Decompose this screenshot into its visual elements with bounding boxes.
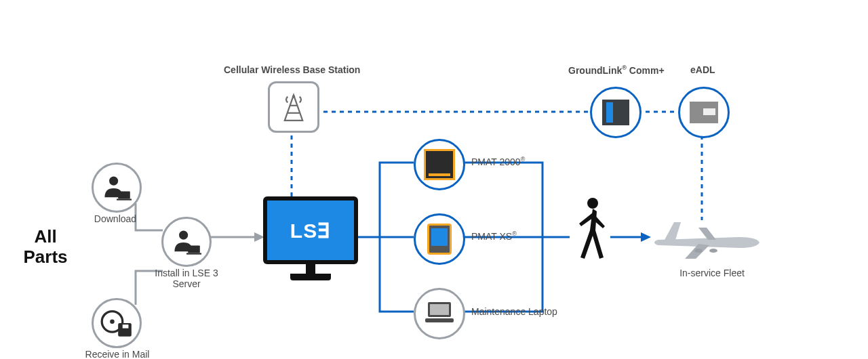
lse-server-node: LSƎ xyxy=(263,196,358,298)
svg-point-5 xyxy=(179,231,188,240)
cellular-node xyxy=(268,81,319,133)
disc-floppy-icon xyxy=(100,308,133,338)
lse-screen: LSƎ xyxy=(267,200,354,260)
svg-rect-4 xyxy=(117,199,132,200)
svg-rect-11 xyxy=(123,324,129,328)
person-laptop-icon xyxy=(172,229,201,255)
monitor-bezel: LSƎ xyxy=(263,196,358,264)
eadl-icon xyxy=(690,102,718,123)
walker-node xyxy=(570,196,610,264)
registered-mark: ® xyxy=(521,156,526,163)
pmatxs-text: PMAT XS xyxy=(471,231,512,242)
pmatxs-node xyxy=(414,213,465,265)
pmat2000-icon xyxy=(424,149,455,180)
svg-rect-16 xyxy=(430,304,449,315)
airplane-icon xyxy=(651,217,766,264)
eadl-node xyxy=(678,87,730,138)
svg-marker-1 xyxy=(641,232,651,242)
svg-point-2 xyxy=(109,177,118,186)
person-laptop-icon xyxy=(102,175,132,200)
install-label: Install in LSE 3 Server xyxy=(153,268,220,289)
diagram-stage: All Parts Download Install in LSE 3 Serv… xyxy=(0,0,868,359)
cell-tower-icon xyxy=(279,92,309,122)
groundlink-node xyxy=(590,87,642,138)
svg-rect-3 xyxy=(118,192,130,199)
svg-point-14 xyxy=(292,95,295,98)
fleet-label: In-service Fleet xyxy=(678,268,746,278)
monitor-base xyxy=(290,274,331,280)
groundlink-suffix: Comm+ xyxy=(627,65,665,76)
install-node xyxy=(161,217,212,267)
pmat2000-node xyxy=(414,139,465,190)
svg-point-9 xyxy=(110,320,115,324)
groundlink-text: GroundLink xyxy=(568,65,622,76)
registered-mark: ® xyxy=(622,64,627,71)
maintenance-laptop-label: Maintenance Laptop xyxy=(471,306,557,317)
eadl-label: eADL xyxy=(690,64,715,75)
all-parts-line2: Parts xyxy=(23,247,67,267)
all-parts-title: All Parts xyxy=(15,227,76,268)
svg-point-19 xyxy=(694,249,703,253)
walking-person-icon xyxy=(570,196,610,264)
fleet-node xyxy=(651,217,766,264)
groundlink-label: GroundLink® Comm+ xyxy=(568,64,665,76)
cellular-label: Cellular Wireless Base Station xyxy=(224,64,360,75)
pmat2000-text: PMAT 2000 xyxy=(471,156,521,167)
download-node xyxy=(92,163,142,213)
registered-mark: ® xyxy=(512,230,517,237)
pmatxs-icon xyxy=(427,224,452,255)
groundlink-icon xyxy=(602,100,629,125)
download-label: Download xyxy=(88,213,142,224)
receive-label: Receive in Mail xyxy=(80,349,155,359)
receive-node xyxy=(92,298,142,348)
svg-point-20 xyxy=(709,249,717,253)
pmat2000-label: PMAT 2000® xyxy=(471,156,525,167)
maintenance-laptop-node xyxy=(414,288,465,339)
svg-rect-6 xyxy=(188,246,200,253)
all-parts-line1: All xyxy=(34,226,56,247)
laptop-icon xyxy=(424,299,455,328)
svg-rect-7 xyxy=(186,253,201,255)
svg-point-18 xyxy=(587,198,598,209)
monitor-neck xyxy=(306,264,315,274)
svg-rect-17 xyxy=(425,318,454,322)
pmatxs-label: PMAT XS® xyxy=(471,230,517,242)
